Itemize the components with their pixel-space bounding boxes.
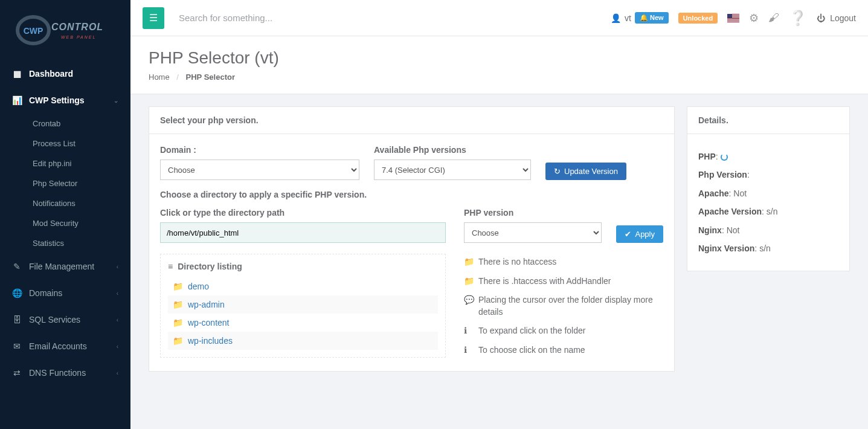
available-php-select[interactable]: 7.4 (Selector CGI): [374, 160, 531, 180]
check-icon: ✔: [625, 230, 631, 239]
update-version-button[interactable]: ↻ Update Version: [545, 163, 626, 180]
details-panel: Details. PHP: Php Version: Apache: Not A…: [687, 106, 850, 271]
search-input[interactable]: [174, 8, 611, 28]
folder-icon: 📁: [173, 318, 183, 327]
brush-icon[interactable]: 🖌: [768, 11, 779, 24]
directory-path-input[interactable]: [160, 222, 446, 243]
sidebar-item-domains[interactable]: 🌐Domains ‹: [0, 280, 130, 306]
folder-icon: 📁: [173, 336, 183, 346]
chevron-left-icon: ‹: [117, 317, 118, 323]
directory-path-label: Click or type the directory path: [160, 208, 446, 218]
database-icon: 🗄: [12, 315, 22, 324]
svg-text:WEB  PANEL: WEB PANEL: [61, 35, 96, 39]
sidebar-item-process-list[interactable]: Process List: [0, 134, 130, 153]
cwp-settings-submenu: Crontab Process List Edit php.ini Php Se…: [0, 114, 130, 253]
directory-item[interactable]: 📁wp-admin: [168, 295, 438, 314]
unlocked-badge[interactable]: Unlocked: [678, 13, 718, 24]
directory-listing-panel: ≡ Directory listing 📁demo 📁wp-admin 📁wp-…: [160, 254, 446, 358]
directory-list: 📁demo 📁wp-admin 📁wp-content 📁wp-includes: [168, 277, 438, 350]
spinner-icon: [721, 153, 728, 161]
sidebar-item-email-accounts[interactable]: ✉Email Accounts ‹: [0, 333, 130, 360]
legend-list: 📁There is no htaccess 📁There is .htacces…: [464, 253, 663, 360]
chevron-down-icon: ⌄: [114, 97, 118, 104]
available-php-label: Available Php versions: [374, 145, 531, 155]
svg-text:CONTROL: CONTROL: [51, 22, 103, 32]
username: vt: [625, 13, 631, 23]
sidebar-item-dashboard[interactable]: ▦Dashboard: [0, 60, 130, 87]
info-icon: ℹ: [464, 325, 474, 337]
sidebar-item-php-selector[interactable]: Php Selector: [0, 173, 130, 193]
sidebar-item-cwp-settings[interactable]: 📊CWP Settings ⌄: [0, 87, 130, 114]
sidebar-item-crontab[interactable]: Crontab: [0, 114, 130, 134]
directory-item[interactable]: 📁wp-content: [168, 314, 438, 332]
power-icon: ⏻: [817, 13, 825, 23]
folder-icon: 📁: [464, 256, 474, 268]
chevron-left-icon: ‹: [117, 290, 118, 297]
info-icon: ℹ: [464, 344, 474, 356]
sidebar-item-file-management[interactable]: ✎File Management ‹: [0, 253, 130, 280]
php-version-select[interactable]: Choose: [464, 222, 602, 243]
choose-directory-heading: Choose a directory to apply a specific P…: [160, 190, 663, 199]
dashboard-icon: ▦: [12, 69, 22, 79]
logout-button[interactable]: ⏻ Logout: [817, 13, 856, 23]
breadcrumb: Home / PHP Selector: [149, 73, 850, 82]
sidebar-item-notifications[interactable]: Notifications: [0, 193, 130, 213]
hamburger-icon: ☰: [149, 12, 158, 24]
comment-icon: 💬: [464, 294, 474, 306]
folder-icon: 📁: [464, 276, 474, 288]
topbar: ☰ 👤 vt 🔔 New Unlocked ⚙ 🖌 ❔ ⏻ Logout: [130, 0, 868, 36]
dns-icon: ⇄: [12, 368, 22, 378]
page-header: PHP Selector (vt) Home / PHP Selector: [130, 36, 868, 94]
sidebar-item-sql-services[interactable]: 🗄SQL Services ‹: [0, 306, 130, 333]
directory-item[interactable]: 📁wp-includes: [168, 332, 438, 350]
folder-icon: 📁: [173, 282, 183, 291]
user-info: 👤 vt 🔔 New: [611, 12, 669, 24]
file-icon: ✎: [12, 262, 22, 271]
directory-item[interactable]: 📁demo: [168, 277, 438, 295]
new-badge[interactable]: 🔔 New: [635, 12, 669, 24]
page-title: PHP Selector (vt): [149, 48, 850, 68]
breadcrumb-current: PHP Selector: [186, 73, 235, 82]
help-icon[interactable]: ❔: [789, 10, 807, 27]
domain-label: Domain :: [160, 145, 359, 155]
domain-select[interactable]: Choose: [160, 160, 359, 180]
chevron-left-icon: ‹: [117, 370, 118, 376]
nav-menu: ▦Dashboard 📊CWP Settings ⌄ Crontab Proce…: [0, 60, 130, 386]
logo: CWP CONTROL WEB PANEL: [0, 0, 130, 60]
globe-icon: 🌐: [12, 288, 22, 298]
apply-button[interactable]: ✔ Apply: [616, 225, 663, 243]
mail-icon: ✉: [12, 341, 22, 351]
cwp-logo-icon: CWP CONTROL WEB PANEL: [14, 12, 117, 48]
sidebar-item-statistics[interactable]: Statistics: [0, 233, 130, 253]
sidebar-item-dns-functions[interactable]: ⇄DNS Functions ‹: [0, 360, 130, 386]
user-icon: 👤: [611, 13, 621, 23]
sidebar-item-mod-security[interactable]: Mod Security: [0, 213, 130, 233]
svg-text:CWP: CWP: [24, 26, 43, 36]
sidebar-item-edit-phpini[interactable]: Edit php.ini: [0, 153, 130, 173]
flag-us-icon[interactable]: [727, 14, 739, 22]
sidebar-toggle-button[interactable]: ☰: [143, 7, 164, 29]
gears-icon[interactable]: ⚙: [749, 11, 759, 25]
php-panel-title: Select your php version.: [149, 107, 674, 134]
php-version-label: PHP version: [464, 208, 602, 218]
chevron-left-icon: ‹: [117, 263, 118, 270]
sidebar: CWP CONTROL WEB PANEL ▦Dashboard 📊CWP Se…: [0, 0, 130, 429]
breadcrumb-home[interactable]: Home: [149, 73, 170, 82]
php-panel: Select your php version. Domain : Choose…: [149, 106, 675, 372]
folder-icon: 📁: [173, 300, 183, 309]
details-title: Details.: [687, 107, 849, 134]
main-area: ☰ 👤 vt 🔔 New Unlocked ⚙ 🖌 ❔ ⏻ Logout: [130, 0, 868, 429]
chart-icon: 📊: [12, 95, 22, 105]
list-icon: ≡: [168, 262, 173, 271]
chevron-left-icon: ‹: [117, 343, 118, 350]
refresh-icon: ↻: [554, 167, 561, 176]
